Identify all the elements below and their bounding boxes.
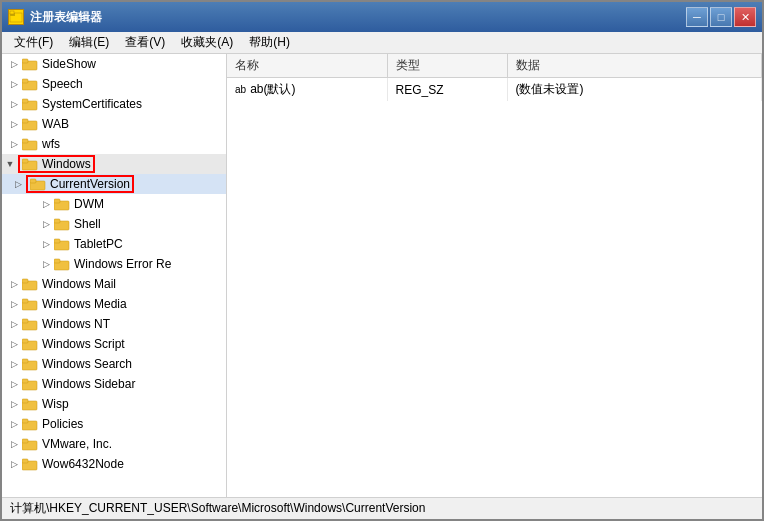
svg-rect-20 [54, 219, 60, 223]
svg-rect-10 [22, 119, 28, 123]
tree-item-systemcerts[interactable]: ▷ SystemCertificates [2, 94, 226, 114]
expand-icon-vmware[interactable]: ▷ [6, 436, 22, 452]
expand-icon-winnt[interactable]: ▷ [6, 316, 22, 332]
tree-item-winerrorre[interactable]: ▷ Windows Error Re [2, 254, 226, 274]
row-name-value: ab(默认) [250, 81, 295, 98]
row-name-cell: ab ab(默认) [227, 78, 387, 102]
expand-icon-winmedia[interactable]: ▷ [6, 296, 22, 312]
expand-icon-currentversion[interactable]: ▷ [10, 176, 26, 192]
expand-icon-winscript[interactable]: ▷ [6, 336, 22, 352]
tree-label-wfs: wfs [42, 137, 60, 151]
tree-item-wisp[interactable]: ▷ Wisp [2, 394, 226, 414]
expand-icon-dwm[interactable]: ▷ [38, 196, 54, 212]
tree-item-wfs[interactable]: ▷ wfs [2, 134, 226, 154]
col-type-header: 类型 [387, 54, 507, 78]
currentversion-highlight-box: CurrentVersion [26, 175, 134, 193]
expand-icon-winerrorre[interactable]: ▷ [38, 256, 54, 272]
expand-icon-sideshow[interactable]: ▷ [6, 56, 22, 72]
row-type-cell: REG_SZ [387, 78, 507, 102]
svg-rect-22 [54, 239, 60, 243]
folder-icon-systemcerts [22, 97, 38, 111]
tree-item-winmedia[interactable]: ▷ Windows Media [2, 294, 226, 314]
row-data-cell: (数值未设置) [507, 78, 762, 102]
expand-icon-windows[interactable]: ▼ [2, 156, 18, 172]
reg-default-icon: ab [235, 84, 246, 95]
expand-icon-winmail[interactable]: ▷ [6, 276, 22, 292]
tree-item-winsearch[interactable]: ▷ Windows Search [2, 354, 226, 374]
expand-icon-winsearch[interactable]: ▷ [6, 356, 22, 372]
tree-item-wab[interactable]: ▷ WAB [2, 114, 226, 134]
expand-icon-wisp[interactable]: ▷ [6, 396, 22, 412]
tree-label-wow6432: Wow6432Node [42, 457, 124, 471]
folder-icon-wisp [22, 397, 38, 411]
statusbar-text: 计算机\HKEY_CURRENT_USER\Software\Microsoft… [10, 500, 425, 517]
folder-icon-winsearch [22, 357, 38, 371]
tree-item-sideshow[interactable]: ▷ SideShow [2, 54, 226, 74]
tree-pane: ▷ SideShow ▷ Speech ▷ SystemCer [2, 54, 227, 497]
tree-item-dwm[interactable]: ▷ DWM [2, 194, 226, 214]
folder-icon-speech [22, 77, 38, 91]
svg-rect-18 [54, 199, 60, 203]
tree-item-speech[interactable]: ▷ Speech [2, 74, 226, 94]
svg-rect-8 [22, 99, 28, 103]
tree-label-winmail: Windows Mail [42, 277, 116, 291]
expand-icon-wab[interactable]: ▷ [6, 116, 22, 132]
tree-item-winscript[interactable]: ▷ Windows Script [2, 334, 226, 354]
expand-icon-tabletpc[interactable]: ▷ [38, 236, 54, 252]
title-bar: 注册表编辑器 ─ □ ✕ [2, 2, 762, 32]
minimize-button[interactable]: ─ [686, 7, 708, 27]
folder-icon-tabletpc [54, 237, 70, 251]
table-row[interactable]: ab ab(默认) REG_SZ (数值未设置) [227, 78, 762, 102]
expand-icon-policies[interactable]: ▷ [6, 416, 22, 432]
registry-editor-window: 注册表编辑器 ─ □ ✕ 文件(F) 编辑(E) 查看(V) 收藏夹(A) 帮助… [0, 0, 764, 521]
folder-icon-winmedia [22, 297, 38, 311]
expand-icon-speech[interactable]: ▷ [6, 76, 22, 92]
tree-item-vmware[interactable]: ▷ VMware, Inc. [2, 434, 226, 454]
tree-label-winsearch: Windows Search [42, 357, 132, 371]
menu-view[interactable]: 查看(V) [117, 32, 173, 53]
svg-rect-2 [10, 11, 14, 14]
menu-favorites[interactable]: 收藏夹(A) [173, 32, 241, 53]
tree-item-windows[interactable]: ▼ Windows [2, 154, 226, 174]
svg-rect-14 [22, 159, 28, 163]
menubar: 文件(F) 编辑(E) 查看(V) 收藏夹(A) 帮助(H) [2, 32, 762, 54]
expand-icon-wfs[interactable]: ▷ [6, 136, 22, 152]
tree-label-sideshow: SideShow [42, 57, 96, 71]
tree-label-windows: Windows [42, 157, 91, 171]
folder-icon-winscript [22, 337, 38, 351]
tree-item-currentversion[interactable]: ▷ CurrentVersion [2, 174, 226, 194]
close-button[interactable]: ✕ [734, 7, 756, 27]
folder-icon-winmail [22, 277, 38, 291]
tree-label-winsidebar: Windows Sidebar [42, 377, 135, 391]
tree-label-dwm: DWM [74, 197, 104, 211]
folder-icon-winnt [22, 317, 38, 331]
tree-item-shell[interactable]: ▷ Shell [2, 214, 226, 234]
tree-item-tabletpc[interactable]: ▷ TabletPC [2, 234, 226, 254]
svg-rect-28 [22, 299, 28, 303]
folder-icon-vmware [22, 437, 38, 451]
maximize-button[interactable]: □ [710, 7, 732, 27]
svg-rect-4 [22, 59, 28, 63]
menu-edit[interactable]: 编辑(E) [61, 32, 117, 53]
folder-icon-sideshow [22, 57, 38, 71]
tree-label-speech: Speech [42, 77, 83, 91]
menu-help[interactable]: 帮助(H) [241, 32, 298, 53]
expand-icon-systemcerts[interactable]: ▷ [6, 96, 22, 112]
svg-rect-26 [22, 279, 28, 283]
svg-rect-38 [22, 399, 28, 403]
tree-item-winnt[interactable]: ▷ Windows NT [2, 314, 226, 334]
tree-item-policies[interactable]: ▷ Policies [2, 414, 226, 434]
window-controls: ─ □ ✕ [686, 7, 756, 27]
tree-label-tabletpc: TabletPC [74, 237, 123, 251]
expand-icon-wow6432[interactable]: ▷ [6, 456, 22, 472]
tree-item-winmail[interactable]: ▷ Windows Mail [2, 274, 226, 294]
folder-icon-wow6432 [22, 457, 38, 471]
tree-item-wow6432[interactable]: ▷ Wow6432Node [2, 454, 226, 474]
tree-label-winerrorre: Windows Error Re [74, 257, 171, 271]
app-icon [8, 9, 24, 25]
expand-icon-shell[interactable]: ▷ [38, 216, 54, 232]
tree-label-shell: Shell [74, 217, 101, 231]
expand-icon-winsidebar[interactable]: ▷ [6, 376, 22, 392]
menu-file[interactable]: 文件(F) [6, 32, 61, 53]
tree-item-winsidebar[interactable]: ▷ Windows Sidebar [2, 374, 226, 394]
